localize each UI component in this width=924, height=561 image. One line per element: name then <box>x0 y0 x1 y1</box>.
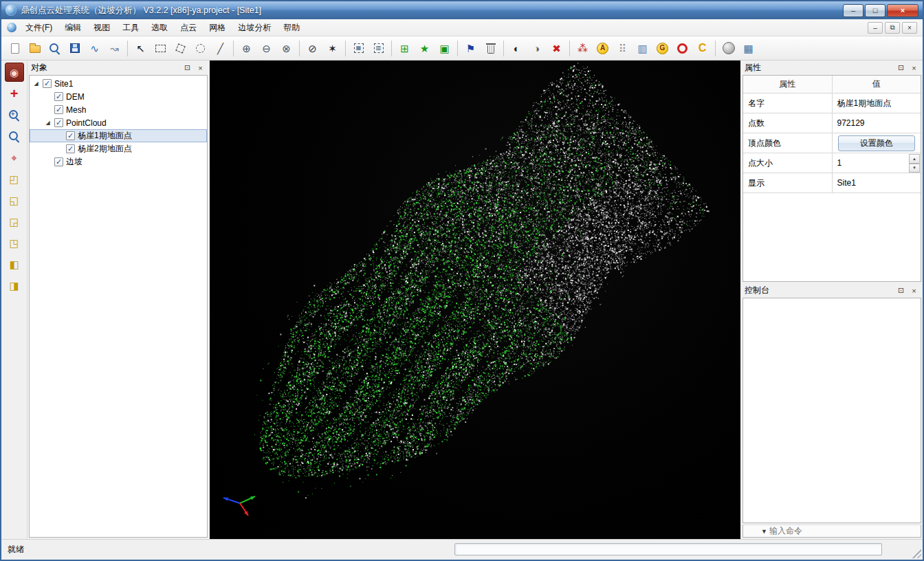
maximize-button[interactable]: □ <box>865 4 886 17</box>
curve-fit-button[interactable]: ∿ <box>85 38 104 58</box>
fill-region-button[interactable]: ▣ <box>434 38 454 58</box>
view-left-button[interactable]: ◧ <box>5 254 24 274</box>
tree-checkbox[interactable]: ✓ <box>54 105 63 114</box>
orbit-view-button[interactable]: ◉ <box>5 63 24 82</box>
crop-inside-button[interactable]: ▦ <box>349 38 368 58</box>
point-grid-button[interactable]: ⠿ <box>613 38 632 58</box>
mdi-minimize-button[interactable]: – <box>868 22 883 34</box>
tree-item[interactable]: ✓杨崖2期地面点 <box>30 142 207 155</box>
open-file-button[interactable] <box>25 38 45 58</box>
properties-panel-header: 属性 ⊡ × <box>741 60 923 75</box>
grid-table-button[interactable]: ▦ <box>738 38 758 58</box>
add-selection-button[interactable]: ⊕ <box>236 38 256 58</box>
mesh-lines-button[interactable]: ▥ <box>632 38 652 58</box>
tree-item[interactable]: ✓Mesh <box>30 103 207 116</box>
polygon-select-button[interactable] <box>170 38 190 58</box>
rect-select-button[interactable] <box>151 38 170 58</box>
viewport-canvas[interactable] <box>210 60 740 539</box>
tree-checkbox[interactable]: ✓ <box>43 79 52 88</box>
cancel-selection-button[interactable]: ⊘ <box>302 38 322 58</box>
tree-checkbox[interactable]: ✓ <box>66 144 75 153</box>
menu-item[interactable]: 边坡分析 <box>232 19 277 36</box>
shade-light-button[interactable]: ◑ <box>527 38 547 58</box>
curve-draw-button[interactable]: ↝ <box>104 38 124 58</box>
shade-dark-button[interactable]: ◐ <box>507 38 527 58</box>
remove-selection-button[interactable]: ⊖ <box>256 38 276 58</box>
menu-item[interactable]: 帮助 <box>277 19 306 36</box>
title-bar[interactable]: 鼎创点云处理系统（边坡分析） V3.2.2 [x86]-ya.project -… <box>1 1 923 19</box>
tree-item[interactable]: ✓DEM <box>30 90 207 103</box>
compensation-c-button[interactable]: C <box>692 38 712 58</box>
console-output[interactable] <box>742 298 921 523</box>
tree-item[interactable]: ✓杨崖1期地面点 <box>30 129 207 142</box>
panel-float-icon[interactable]: ⊡ <box>896 63 906 73</box>
point-size-value[interactable]: 1 <box>837 158 842 168</box>
menu-item[interactable]: 工具 <box>116 19 145 36</box>
set-color-button[interactable]: 设置颜色 <box>838 135 916 151</box>
spinner-down-icon[interactable]: ▼ <box>909 164 920 173</box>
menu-item[interactable]: 网格 <box>203 19 232 36</box>
panel-float-icon[interactable]: ⊡ <box>182 63 192 73</box>
menu-item[interactable]: 编辑 <box>58 19 87 36</box>
panel-close-icon[interactable]: × <box>195 63 206 73</box>
circle-select-button[interactable] <box>190 38 210 58</box>
tree-expander-icon[interactable]: ◢ <box>44 120 52 126</box>
delete-button[interactable] <box>481 38 500 58</box>
close-button[interactable]: × <box>887 4 918 17</box>
remove-points-button[interactable]: ✖ <box>547 38 566 58</box>
menu-item[interactable]: 选取 <box>145 19 174 36</box>
panel-float-icon[interactable]: ⊡ <box>896 286 906 296</box>
view-right-button[interactable]: ◨ <box>5 276 24 295</box>
resize-grip[interactable] <box>911 548 921 558</box>
rect-select-icon <box>155 45 166 52</box>
view-bottom-button[interactable]: ◱ <box>5 190 24 210</box>
star-mark-button[interactable]: ★ <box>415 38 434 58</box>
menu-item[interactable]: 点云 <box>174 19 203 36</box>
chevron-down-icon[interactable]: ▼ <box>761 528 767 535</box>
panel-close-icon[interactable]: × <box>909 286 919 296</box>
pick-select-button[interactable]: ↖ <box>131 38 151 58</box>
shade-light-icon: ◑ <box>534 43 540 54</box>
viewport-3d[interactable] <box>210 60 740 539</box>
new-file-icon <box>11 43 19 54</box>
mdi-close-button[interactable]: × <box>902 22 917 34</box>
minimize-button[interactable]: – <box>843 4 864 17</box>
menu-item[interactable]: 视图 <box>87 19 116 36</box>
panel-close-icon[interactable]: × <box>909 63 919 73</box>
line-select-button[interactable]: ╱ <box>210 38 230 58</box>
annotation-a-button[interactable]: A <box>593 38 613 58</box>
red-ring-button[interactable] <box>672 38 692 58</box>
registration-button[interactable]: ⁂ <box>573 38 593 58</box>
mesh-sphere-button[interactable] <box>718 38 738 58</box>
geodesic-g-button[interactable]: G <box>652 38 672 58</box>
tree-expander-icon[interactable]: ◢ <box>32 80 40 87</box>
command-input-row[interactable]: ▼ 输入命令 <box>742 525 921 538</box>
zoom-in-button[interactable]: + <box>5 105 24 124</box>
view-back-button[interactable]: ◳ <box>5 233 24 252</box>
property-key: 顶点颜色 <box>743 133 833 153</box>
flag-mark-button[interactable]: ⚑ <box>461 38 481 58</box>
view-front-button[interactable]: ◲ <box>5 212 24 231</box>
view-top-button[interactable]: ◰ <box>5 169 24 188</box>
mdi-restore-button[interactable]: ⧉ <box>885 22 900 34</box>
crop-outside-button[interactable]: ▥ <box>368 38 388 58</box>
add-object-button[interactable]: + <box>5 84 24 103</box>
save-button[interactable] <box>65 38 85 58</box>
tree-item[interactable]: ✓边坡 <box>30 155 207 168</box>
tree-checkbox[interactable]: ✓ <box>54 118 63 127</box>
find-view-button[interactable] <box>45 38 65 58</box>
highlight-points-button[interactable]: ✶ <box>322 38 342 58</box>
tree-checkbox[interactable]: ✓ <box>54 157 63 166</box>
grid-fit-button[interactable]: ⊞ <box>395 38 415 58</box>
tree-item[interactable]: ◢✓PointCloud <box>30 116 207 129</box>
menu-item[interactable]: 文件(F) <box>19 19 58 36</box>
spinner-up-icon[interactable]: ▲ <box>909 154 920 164</box>
property-key: 点大小 <box>743 153 833 173</box>
tree-checkbox[interactable]: ✓ <box>66 131 75 140</box>
tree-item[interactable]: ◢✓Site1 <box>30 77 207 90</box>
new-file-button[interactable] <box>5 38 25 58</box>
axes-view-button[interactable]: ⌖ <box>5 148 24 167</box>
zoom-button[interactable] <box>5 126 24 146</box>
tree-checkbox[interactable]: ✓ <box>54 92 63 101</box>
invert-selection-button[interactable]: ⊗ <box>276 38 296 58</box>
